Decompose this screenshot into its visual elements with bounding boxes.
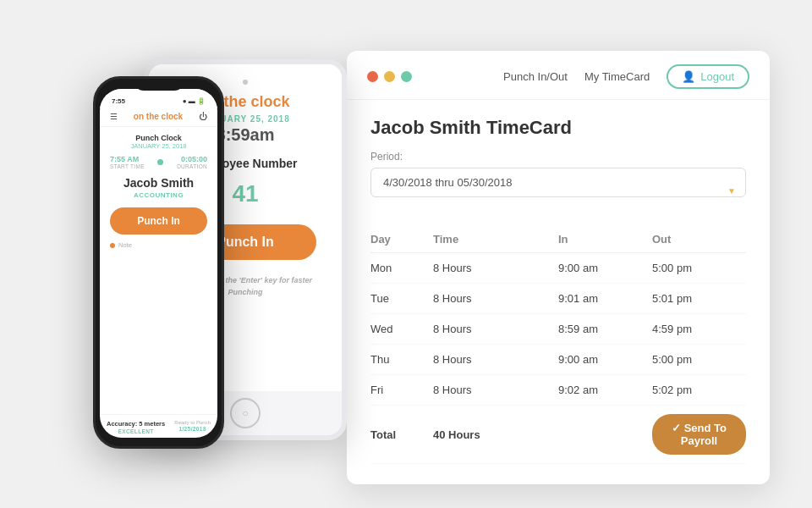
table-row: Thu 8 Hours 9:00 am 5:00 pm bbox=[370, 345, 746, 375]
table-row: Fri 8 Hours 9:02 am 5:02 pm bbox=[370, 375, 746, 406]
phone-employee-name: Jacob Smith bbox=[110, 176, 207, 190]
phone-accuracy: Accuracy: 5 meters EXCELLENT bbox=[107, 420, 165, 434]
phone-status-time: 7:55 bbox=[112, 97, 125, 105]
table-row: Tue 8 Hours 9:01 am 5:01 pm bbox=[370, 284, 746, 314]
phone-punch-title: Punch Clock bbox=[110, 134, 207, 142]
col-header-in: In bbox=[558, 228, 652, 253]
period-wrapper: 4/30/2018 thru 05/30/2018 bbox=[370, 168, 746, 213]
phone-status-bar: 7:55 ● ▬ 🔋 bbox=[100, 89, 217, 108]
phone-duration: 0:05:00 DURATION bbox=[177, 155, 207, 169]
table-row: Wed 8 Hours 8:59 am 4:59 pm bbox=[370, 314, 746, 345]
phone-note-row: Note bbox=[110, 241, 207, 249]
cell-day: Thu bbox=[370, 345, 433, 375]
phone-department: ACCOUNTING bbox=[110, 191, 207, 199]
phone-start-time: 7:55 AM START TIME bbox=[110, 155, 145, 169]
cell-time: 8 Hours bbox=[433, 345, 558, 375]
timecard-title: Jacob Smith TimeCard bbox=[370, 117, 746, 139]
cell-out: 5:02 pm bbox=[652, 375, 746, 406]
total-label: Total bbox=[370, 406, 433, 464]
period-label: Period: bbox=[370, 151, 746, 163]
phone-punch-button[interactable]: Punch In bbox=[110, 207, 207, 235]
traffic-light-green bbox=[401, 71, 412, 82]
tablet-emp-number: 41 bbox=[232, 180, 258, 207]
cell-out: 5:01 pm bbox=[652, 284, 746, 314]
total-value: 40 Hours bbox=[433, 406, 558, 464]
cell-time: 8 Hours bbox=[433, 375, 558, 406]
phone-time-row: 7:55 AM START TIME 0:05:00 DURATION bbox=[110, 155, 207, 169]
nav-punch-in-out[interactable]: Punch In/Out bbox=[503, 70, 568, 83]
tablet-logo-accent: clock bbox=[250, 93, 289, 110]
tablet-camera bbox=[243, 80, 248, 85]
accuracy-status: EXCELLENT bbox=[118, 428, 153, 434]
cell-time: 8 Hours bbox=[433, 253, 558, 284]
cell-time: 8 Hours bbox=[433, 314, 558, 345]
time-table: Day Time In Out Mon 8 Hours 9:00 am 5:00… bbox=[370, 228, 746, 464]
cell-in: 9:01 am bbox=[558, 284, 652, 314]
cell-in: 9:00 am bbox=[558, 345, 652, 375]
ready-date: 1/25/2018 bbox=[178, 426, 206, 432]
phone-ready: Ready to Punch 1/25/2018 bbox=[174, 420, 211, 434]
cell-day: Mon bbox=[370, 253, 433, 284]
cell-in: 9:00 am bbox=[558, 253, 652, 284]
total-row: Total 40 Hours ✓ Send To Payroll bbox=[370, 406, 746, 464]
cell-day: Tue bbox=[370, 284, 433, 314]
web-card: Punch In/Out My TimeCard 👤 Logout Jacob … bbox=[347, 51, 770, 484]
cell-out: 4:59 pm bbox=[652, 314, 746, 345]
tablet-time: 8:59am bbox=[217, 125, 275, 145]
phone-footer: Accuracy: 5 meters EXCELLENT Ready to Pu… bbox=[100, 414, 217, 438]
col-header-time: Time bbox=[433, 228, 558, 253]
phone-body: Punch Clock JANUARY 25, 2018 7:55 AM STA… bbox=[100, 127, 217, 414]
traffic-light-red bbox=[367, 71, 378, 82]
user-icon: 👤 bbox=[682, 70, 695, 83]
cell-day: Wed bbox=[370, 314, 433, 345]
scene: Punch In/Out My TimeCard 👤 Logout Jacob … bbox=[42, 34, 770, 474]
traffic-light-yellow bbox=[384, 71, 395, 82]
table-row: Mon 8 Hours 9:00 am 5:00 pm bbox=[370, 253, 746, 284]
cell-in: 8:59 am bbox=[558, 314, 652, 345]
logout-button[interactable]: 👤 Logout bbox=[667, 64, 749, 89]
phone-punch-date: JANUARY 25, 2018 bbox=[110, 142, 207, 150]
web-nav: Punch In/Out My TimeCard 👤 Logout bbox=[503, 64, 749, 89]
accuracy-value: Accuracy: 5 meters bbox=[107, 420, 165, 428]
web-card-header: Punch In/Out My TimeCard 👤 Logout bbox=[347, 51, 770, 100]
cell-out: 5:00 pm bbox=[652, 345, 746, 375]
traffic-lights bbox=[367, 71, 412, 82]
phone-note-label: Note bbox=[118, 241, 132, 249]
phone-status-icons: ● ▬ 🔋 bbox=[183, 97, 206, 105]
tablet-home-button[interactable]: ○ bbox=[230, 398, 261, 428]
phone-notch bbox=[134, 79, 184, 91]
cell-day: Fri bbox=[370, 375, 433, 406]
period-select[interactable]: 4/30/2018 thru 05/30/2018 bbox=[370, 168, 746, 197]
web-card-body: Jacob Smith TimeCard Period: 4/30/2018 t… bbox=[347, 100, 770, 464]
col-header-out: Out bbox=[652, 228, 746, 253]
ready-label: Ready to Punch bbox=[174, 420, 211, 425]
phone: 7:55 ● ▬ 🔋 ☰ on the clock ⏻ Punch Clock … bbox=[93, 76, 224, 449]
nav-my-timecard[interactable]: My TimeCard bbox=[584, 70, 650, 83]
send-payroll-button[interactable]: ✓ Send To Payroll bbox=[652, 414, 746, 455]
power-icon[interactable]: ⏻ bbox=[199, 112, 207, 121]
cell-in: 9:02 am bbox=[558, 375, 652, 406]
cell-out: 5:00 pm bbox=[652, 253, 746, 284]
col-header-day: Day bbox=[370, 228, 433, 253]
note-dot bbox=[110, 243, 115, 248]
phone-logo: on the clock bbox=[134, 112, 183, 121]
phone-header: ☰ on the clock ⏻ bbox=[100, 108, 217, 127]
cell-time: 8 Hours bbox=[433, 284, 558, 314]
phone-screen: 7:55 ● ▬ 🔋 ☰ on the clock ⏻ Punch Clock … bbox=[100, 89, 217, 438]
phone-status-dot bbox=[157, 159, 163, 165]
hamburger-icon[interactable]: ☰ bbox=[110, 112, 118, 121]
